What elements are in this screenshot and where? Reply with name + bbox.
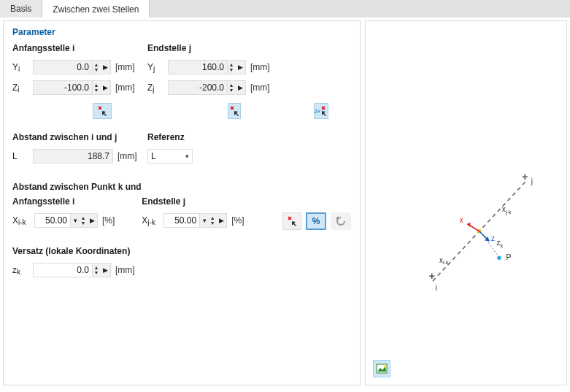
xjk-label: Xj-k (142, 215, 163, 226)
svg-text:i: i (436, 284, 437, 292)
k-end-header: Endstelle j (142, 196, 261, 207)
zj-unit: [mm] (250, 82, 270, 93)
l-unit: [mm] (118, 151, 137, 161)
tab-between-two-positions[interactable]: Zwischen zwei Stellen (42, 0, 150, 18)
xjk-dropdown-spinner[interactable]: ▾ ▲▼▶ (200, 213, 227, 228)
xjk-input[interactable]: 50.00 (163, 213, 200, 228)
zk-label: zk (12, 265, 33, 275)
xik-input[interactable]: 50.00 (34, 213, 71, 228)
yi-input[interactable]: 0.0 (33, 60, 93, 74)
svg-point-23 (497, 255, 501, 259)
reference-value: L (151, 151, 156, 161)
distance-ij-header: Abstand zwischen i und j (12, 132, 147, 142)
reference-header: Referenz (147, 132, 282, 142)
svg-text:z: z (491, 234, 495, 242)
pick-end-point-button[interactable] (228, 103, 241, 119)
reference-select[interactable]: L ▾ (147, 149, 193, 164)
k-start-header: Anfangsstelle i (12, 196, 142, 207)
l-input: 188.7 (33, 149, 113, 164)
pick-both-points-button[interactable]: 2× (314, 103, 328, 119)
svg-text:j: j (531, 177, 533, 185)
yi-label: Yi (12, 62, 33, 72)
pick-point-k-button[interactable] (282, 212, 301, 230)
start-position-header: Anfangsstelle i (12, 43, 147, 53)
yi-spinner[interactable]: ▲▼▶ (93, 60, 111, 74)
diagram-svg: + i + j x z zk P xi-k xj-k (373, 28, 559, 328)
yi-unit: [mm] (115, 62, 135, 72)
end-position-header: Endstelle j (147, 43, 282, 53)
zk-unit: [mm] (115, 265, 135, 275)
zi-input[interactable]: -100.0 (33, 80, 93, 95)
xik-dropdown-spinner[interactable]: ▾ ▲▼▶ (71, 213, 98, 228)
svg-text:x: x (459, 216, 463, 224)
image-mode-button[interactable] (373, 360, 390, 377)
parameter-header: Parameter (12, 27, 351, 37)
svg-point-29 (384, 366, 386, 368)
parameter-panel: Parameter Anfangsstelle i Yi 0.0 ▲▼▶ [mm… (3, 20, 361, 385)
xik-unit: [%] (102, 215, 115, 226)
tab-bar: Basis Zwischen zwei Stellen (0, 0, 570, 18)
svg-text:+: + (428, 270, 435, 282)
pick-start-point-button[interactable] (93, 103, 112, 119)
tab-bar-filler (150, 0, 570, 18)
l-label: L (12, 151, 33, 161)
svg-text:2×: 2× (315, 109, 320, 114)
zi-label: Zi (12, 82, 33, 93)
yj-label: Yj (147, 62, 168, 72)
reset-button[interactable] (331, 212, 351, 230)
zk-spinner[interactable]: ▲▼▶ (93, 263, 111, 277)
offset-header: Versatz (lokale Koordinaten) (12, 246, 351, 256)
svg-text:xj-k: xj-k (502, 205, 512, 215)
undo-icon (334, 216, 347, 226)
zi-unit: [mm] (115, 82, 135, 93)
image-icon (376, 364, 388, 374)
yj-input[interactable]: 160.0 (168, 60, 228, 74)
zj-input[interactable]: -200.0 (168, 80, 228, 95)
zi-spinner[interactable]: ▲▼▶ (93, 80, 111, 95)
percent-toggle[interactable]: % (306, 212, 326, 230)
yj-unit: [mm] (250, 62, 270, 72)
zj-spinner[interactable]: ▲▼▶ (228, 80, 246, 95)
svg-text:xi-k: xi-k (439, 256, 449, 266)
distance-k-header: Abstand zwischen Punkt k und (12, 182, 351, 192)
zk-input[interactable]: 0.0 (33, 263, 93, 277)
preview-panel: + i + j x z zk P xi-k xj-k (365, 20, 567, 385)
xjk-unit: [%] (231, 215, 244, 226)
zj-label: Zj (147, 82, 168, 93)
svg-text:zk: zk (496, 239, 503, 249)
tab-basis[interactable]: Basis (0, 0, 42, 18)
yj-spinner[interactable]: ▲▼▶ (228, 60, 246, 74)
svg-text:+: + (522, 171, 528, 182)
chevron-down-icon: ▾ (185, 153, 189, 160)
xik-label: Xi-k (12, 215, 34, 226)
svg-text:P: P (506, 253, 511, 261)
